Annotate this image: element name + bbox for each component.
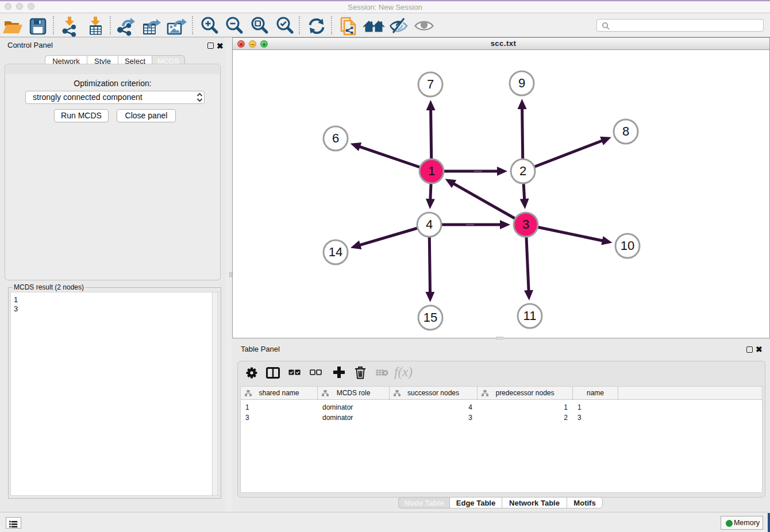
svg-text:10: 10 (621, 238, 634, 253)
svg-text:2: 2 (519, 164, 526, 178)
svg-text:7: 7 (427, 77, 434, 91)
svg-text:15: 15 (424, 310, 437, 325)
svg-text:4: 4 (426, 217, 433, 232)
svg-text:6: 6 (332, 131, 339, 145)
svg-text:9: 9 (518, 76, 525, 90)
svg-text:8: 8 (622, 124, 629, 138)
svg-text:1: 1 (428, 164, 435, 178)
svg-text:3: 3 (522, 217, 529, 232)
svg-text:14: 14 (329, 245, 342, 259)
svg-text:11: 11 (523, 309, 537, 323)
